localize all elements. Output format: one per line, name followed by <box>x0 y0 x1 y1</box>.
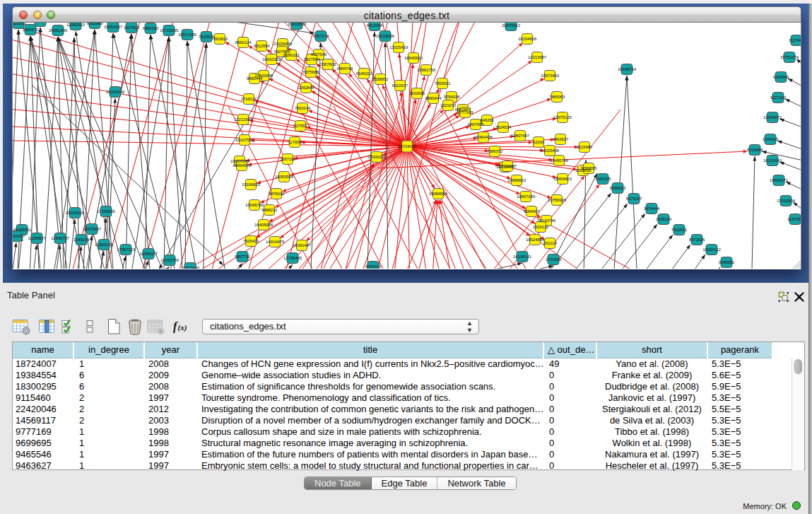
svg-text:9146321: 9146321 <box>356 71 372 76</box>
svg-text:13325419: 13325419 <box>389 45 408 49</box>
svg-text:10958117: 10958117 <box>139 251 158 256</box>
svg-text:19300213: 19300213 <box>367 154 387 159</box>
svg-text:1167534: 1167534 <box>787 216 801 221</box>
svg-text:10107552: 10107552 <box>235 137 254 142</box>
svg-text:23226058: 23226058 <box>273 41 293 46</box>
svg-text:20876812: 20876812 <box>502 23 521 28</box>
svg-text:9327546: 9327546 <box>311 52 327 57</box>
svg-text:10975887: 10975887 <box>83 226 102 231</box>
svg-text:7603144: 7603144 <box>295 105 311 110</box>
svg-text:13736485: 13736485 <box>283 255 302 260</box>
svg-text:16782759: 16782759 <box>160 257 180 262</box>
svg-text:12081523: 12081523 <box>66 23 86 27</box>
svg-text:10719185: 10719185 <box>160 28 179 33</box>
svg-text:3267110: 3267110 <box>280 156 296 161</box>
svg-text:2367608: 2367608 <box>320 62 336 66</box>
svg-text:9329966: 9329966 <box>773 74 789 79</box>
svg-text:10973493: 10973493 <box>541 73 560 78</box>
svg-text:(x): (x) <box>178 323 187 332</box>
svg-text:8391590: 8391590 <box>13 233 25 238</box>
svg-text:9777169: 9777169 <box>457 110 473 115</box>
svg-text:10025438: 10025438 <box>541 148 560 153</box>
svg-text:10688603: 10688603 <box>507 177 526 182</box>
svg-text:11156827: 11156827 <box>28 235 46 240</box>
svg-text:16671385: 16671385 <box>178 32 197 37</box>
svg-text:20364436: 20364436 <box>474 134 493 139</box>
svg-text:15751074: 15751074 <box>780 54 799 59</box>
svg-text:6497569: 6497569 <box>468 122 484 127</box>
svg-text:1733426: 1733426 <box>546 257 562 262</box>
svg-text:3624534: 3624534 <box>495 124 512 129</box>
svg-text:9312954: 9312954 <box>254 43 270 48</box>
svg-text:24335061: 24335061 <box>13 227 32 232</box>
svg-text:1527602: 1527602 <box>124 25 140 30</box>
svg-text:12213987: 12213987 <box>528 54 547 59</box>
svg-text:9099695: 9099695 <box>581 165 597 170</box>
svg-text:14136141: 14136141 <box>513 254 532 259</box>
svg-text:16648764: 16648764 <box>618 66 637 71</box>
svg-text:18353594: 18353594 <box>275 174 294 179</box>
svg-text:8186323: 8186323 <box>283 52 300 57</box>
svg-text:20206526: 20206526 <box>66 210 85 215</box>
svg-text:8938923: 8938923 <box>610 185 626 190</box>
svg-text:8322037: 8322037 <box>392 83 408 88</box>
svg-text:9084067: 9084067 <box>524 209 540 214</box>
svg-text:7357274: 7357274 <box>313 33 329 38</box>
svg-text:1615132: 1615132 <box>533 224 549 229</box>
svg-text:19218506: 19218506 <box>376 33 395 38</box>
svg-text:19654985: 19654985 <box>233 163 252 168</box>
svg-text:16033809: 16033809 <box>288 23 307 26</box>
svg-text:12213384: 12213384 <box>234 117 253 122</box>
svg-text:9227342: 9227342 <box>770 95 787 100</box>
svg-text:7955812: 7955812 <box>435 81 451 86</box>
svg-text:12505135: 12505135 <box>95 242 114 247</box>
svg-text:17359926: 17359926 <box>97 209 116 214</box>
svg-text:18724007: 18724007 <box>398 144 417 148</box>
svg-text:7386372: 7386372 <box>487 148 503 153</box>
svg-text:20691406: 20691406 <box>49 28 68 33</box>
svg-text:1621072: 1621072 <box>440 103 457 107</box>
svg-text:19391447: 19391447 <box>293 243 312 247</box>
svg-text:7632621: 7632621 <box>671 227 688 232</box>
svg-text:1345194: 1345194 <box>73 237 90 242</box>
svg-text:8813054: 8813054 <box>367 23 383 28</box>
svg-text:10653267: 10653267 <box>104 24 123 29</box>
svg-text:1640195: 1640195 <box>595 176 611 181</box>
svg-text:19654923: 19654923 <box>553 176 572 181</box>
svg-text:927552: 927552 <box>293 123 307 128</box>
svg-text:9857791: 9857791 <box>235 254 251 259</box>
svg-text:1117465: 1117465 <box>789 37 801 42</box>
svg-text:9498212: 9498212 <box>261 207 278 212</box>
svg-text:7485063: 7485063 <box>549 94 565 99</box>
svg-text:7625402: 7625402 <box>243 238 259 243</box>
svg-text:8454749: 8454749 <box>337 66 353 71</box>
svg-text:10654112: 10654112 <box>702 247 721 252</box>
svg-text:8375685: 8375685 <box>303 69 319 74</box>
svg-text:16409948: 16409948 <box>254 222 273 227</box>
svg-text:8471626: 8471626 <box>689 237 705 242</box>
svg-text:117006: 117006 <box>288 139 302 144</box>
svg-text:15046786: 15046786 <box>245 202 264 207</box>
svg-text:10961758: 10961758 <box>417 67 436 72</box>
svg-text:9327564: 9327564 <box>304 57 320 62</box>
svg-text:1405572: 1405572 <box>23 27 39 32</box>
svg-text:9890444: 9890444 <box>247 76 263 81</box>
svg-text:15720407: 15720407 <box>498 163 517 168</box>
svg-text:13495786: 13495786 <box>550 158 569 163</box>
svg-text:12975125: 12975125 <box>553 115 572 119</box>
svg-text:8955968: 8955968 <box>87 23 103 25</box>
svg-text:1162635: 1162635 <box>409 90 425 95</box>
svg-text:15692971: 15692971 <box>770 177 789 182</box>
svg-text:8990444: 8990444 <box>425 95 442 100</box>
svg-text:1244415: 1244415 <box>763 136 779 141</box>
svg-text:18807249: 18807249 <box>517 194 536 199</box>
svg-text:21053346: 21053346 <box>106 89 125 94</box>
svg-text:8660124: 8660124 <box>235 40 252 45</box>
svg-text:16154808: 16154808 <box>518 36 537 41</box>
svg-text:14914479: 14914479 <box>266 239 285 244</box>
svg-text:8215958: 8215958 <box>747 147 763 152</box>
svg-text:16210643: 16210643 <box>763 158 782 163</box>
svg-text:17010504: 17010504 <box>777 198 796 203</box>
svg-text:5878332: 5878332 <box>269 191 285 196</box>
svg-text:10756928: 10756928 <box>548 197 567 202</box>
